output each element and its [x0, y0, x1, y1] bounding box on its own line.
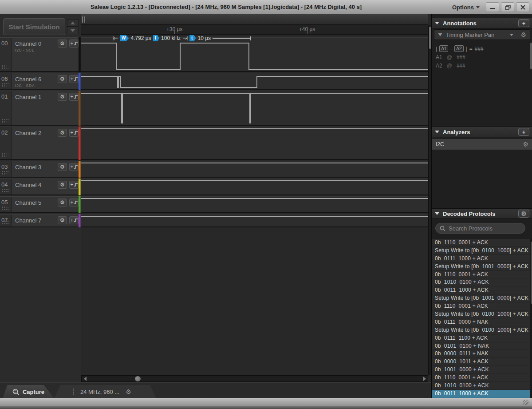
scroll-right-button[interactable]	[422, 376, 427, 381]
channel-trigger-button[interactable]: +	[69, 93, 79, 101]
channel-trigger-button[interactable]: +	[69, 75, 79, 83]
channel-settings-button[interactable]: ⚙	[58, 93, 67, 101]
channel-drag-grip-icon[interactable]	[1, 206, 9, 210]
protocol-row[interactable]: 0b 0111 0000 + NAK	[432, 318, 530, 326]
protocol-row[interactable]: 0b 1010 0100 + ACK	[432, 382, 530, 390]
start-simulation-button[interactable]: Start Simulation	[3, 18, 65, 35]
analyzers-header[interactable]: Analyzers +	[432, 127, 532, 137]
analyzer-item-i2c[interactable]: I2C ⚙	[432, 139, 532, 150]
protocol-row[interactable]: 0b 0011 1000 + ACK	[432, 390, 530, 398]
protocol-search-box[interactable]	[435, 223, 525, 234]
protocol-row[interactable]: 0b 0000 1011 + ACK	[432, 358, 530, 366]
channel-drag-grip-icon[interactable]	[1, 119, 9, 123]
protocol-row[interactable]: Setup Write to [0b 0100 1000] + ACK	[432, 247, 530, 255]
channel-settings-button[interactable]: ⚙	[58, 163, 67, 171]
protocol-row[interactable]: Setup Write to [0b 1001 0000] + ACK	[432, 294, 530, 302]
channel-drag-grip-icon[interactable]	[1, 65, 9, 69]
channel-settings-button[interactable]: ⚙	[58, 75, 67, 83]
status-bar	[0, 398, 532, 406]
channel-row-channel-2[interactable]: 02Channel 2⚙+	[0, 127, 81, 160]
decoded-protocols-header[interactable]: Decoded Protocols ⚙	[432, 208, 532, 219]
channel-drag-grip-icon[interactable]	[1, 188, 9, 192]
channel-label: Channel 0	[15, 40, 41, 47]
marker-a2-label: A2	[436, 63, 442, 69]
channel-row-channel-7[interactable]: 07Channel 7⚙+	[0, 214, 81, 227]
chevron-down-icon	[476, 6, 480, 8]
protocol-row[interactable]: 0b 1110 0001 + ACK	[432, 374, 530, 382]
channel-number-column: 05	[0, 197, 12, 212]
decoded-protocols-settings-button[interactable]: ⚙	[518, 210, 529, 218]
capture-tab[interactable]: Capture	[3, 385, 54, 398]
channel-row-channel-1[interactable]: 01Channel 1⚙+	[0, 91, 81, 126]
add-analyzer-button[interactable]: +	[518, 128, 529, 136]
decoded-protocol-list: 0b 1110 0001 + ACKSetup Write to [0b 010…	[432, 239, 530, 398]
protocol-row[interactable]: 0b 0111 1100 + ACK	[432, 334, 530, 342]
channel-trigger-button[interactable]: +	[69, 181, 79, 189]
marker-a1-chip: A1	[439, 45, 448, 52]
resize-grip-icon[interactable]	[523, 400, 528, 405]
channel-trigger-button[interactable]: +	[69, 199, 79, 206]
protocol-row[interactable]: 0b 0111 1000 + ACK	[432, 255, 530, 263]
protocol-list-scrollbar[interactable]	[530, 239, 532, 398]
protocol-row[interactable]: Setup Write to [0b 1001 0000] + ACK	[432, 263, 530, 271]
channel-settings-button[interactable]: ⚙	[58, 216, 67, 224]
chevron-down-icon[interactable]	[510, 34, 513, 36]
add-annotation-button[interactable]: +	[518, 19, 529, 27]
protocol-row[interactable]: 0b 1110 0001 + ACK	[432, 239, 530, 247]
width-measure-icon: W	[120, 35, 129, 41]
channel-settings-button[interactable]: ⚙	[58, 40, 67, 48]
gear-icon[interactable]: ⚙	[126, 389, 131, 395]
side-panel: Annotations + Timing Marker Pair ⚙ | A1 …	[431, 14, 532, 398]
protocol-row[interactable]: Setup Write to [0b 0100 1000] + ACK	[432, 310, 530, 318]
channel-number-column: 01	[0, 91, 12, 125]
protocol-row[interactable]: Setup Write to [0b 0100 1000] + ACK	[432, 326, 530, 334]
equals-glyph: =	[469, 46, 473, 52]
protocol-row[interactable]: 0b 0101 0100 + NAK	[432, 342, 530, 350]
channel-settings-button[interactable]: ⚙	[58, 199, 67, 206]
gear-icon[interactable]: ⚙	[523, 141, 528, 147]
channel-trigger-button[interactable]: +	[69, 216, 79, 224]
horizontal-scrollbar[interactable]	[81, 375, 428, 382]
channel-number: 00	[0, 38, 11, 47]
waveform-canvas[interactable]	[81, 14, 428, 227]
channel-row-channel-4[interactable]: 04Channel 4⚙+	[0, 179, 81, 195]
options-menu-button[interactable]: Options	[448, 3, 484, 12]
protocol-row[interactable]: 0b 1001 0000 + ACK	[432, 366, 530, 374]
protocol-row[interactable]: 0b 0000 0111 + NAK	[432, 350, 530, 358]
collapse-triangle-icon	[435, 212, 439, 215]
channel-settings-button[interactable]: ⚙	[58, 129, 67, 137]
channel-settings-button[interactable]: ⚙	[58, 181, 67, 189]
channel-drag-grip-icon[interactable]	[1, 171, 9, 175]
channel-row-channel-3[interactable]: 03Channel 3⚙+	[0, 161, 81, 178]
measurement-overlay: W 4.792 µs f 100 kHz t 10 µs	[113, 35, 251, 42]
document-tab[interactable]: 24 MHz, 960 ... ⚙	[54, 385, 156, 398]
scroll-down-button[interactable]	[67, 27, 79, 34]
channel-trigger-button[interactable]: +	[69, 40, 79, 48]
timing-marker-pair-item[interactable]: Timing Marker Pair ⚙	[434, 29, 530, 40]
channel-trigger-button[interactable]: +	[69, 129, 79, 137]
annotations-header[interactable]: Annotations +	[432, 18, 532, 28]
protocol-row[interactable]: 0b 1010 0100 + ACK	[432, 278, 530, 286]
bar-glyph: |	[466, 46, 467, 52]
scroll-up-button[interactable]	[67, 19, 79, 27]
protocol-row[interactable]: 0b 1110 0001 + ACK	[432, 302, 530, 310]
protocol-row[interactable]: 0b 0011 1000 + ACK	[432, 286, 530, 294]
channel-row-channel-6[interactable]: 06Channel 6I2C - SDA⚙+	[0, 73, 81, 90]
search-protocols-input[interactable]	[449, 225, 520, 232]
channel-drag-grip-icon[interactable]	[1, 83, 9, 87]
vertical-scrollbar[interactable]	[428, 25, 431, 375]
protocol-row[interactable]: 0b 1110 0001 + ACK	[432, 271, 530, 279]
channel-trigger-button[interactable]: +	[69, 163, 79, 171]
channel-drag-grip-icon[interactable]	[1, 153, 9, 157]
horizontal-scroll-thumb[interactable]	[135, 376, 141, 381]
channel-row-channel-0[interactable]: 00Channel 0I2C - SCL⚙+	[0, 37, 81, 72]
minimize-button[interactable]	[486, 2, 499, 12]
channel-row-channel-5[interactable]: 05Channel 5⚙+	[0, 196, 81, 213]
gear-icon[interactable]: ⚙	[520, 32, 526, 38]
close-button[interactable]	[516, 2, 529, 12]
channel-label: Channel 5	[15, 199, 41, 206]
restore-button[interactable]	[501, 2, 514, 12]
panel-scroll-thumb[interactable]	[530, 43, 532, 69]
channel-drag-grip-icon[interactable]	[1, 220, 9, 224]
scroll-left-button[interactable]	[82, 376, 88, 381]
